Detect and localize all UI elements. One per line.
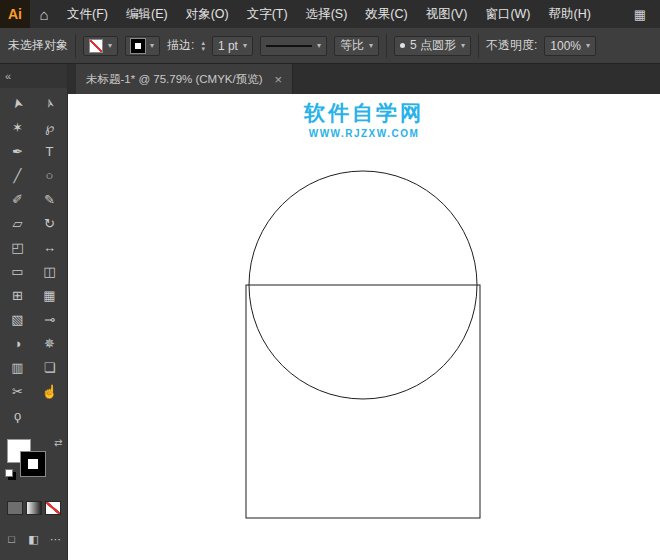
slice-tool[interactable]: ✂	[2, 380, 34, 403]
rectangle-shape[interactable]	[246, 285, 480, 518]
type-tool[interactable]: T	[34, 140, 66, 163]
tools-grid: ➤ ➢ ✶ ℘ ✒ T	[0, 88, 67, 427]
menu-type[interactable]: 文字(T)	[238, 0, 297, 28]
draw-modes-button[interactable]: ◧	[25, 531, 42, 547]
menu-bar: Ai ⌂ 文件(F) 编辑(E) 对象(O) 文字(T) 选择(S) 效果(C)…	[0, 0, 660, 28]
gradient-tool[interactable]: ▧	[2, 308, 34, 331]
brush-preview-dot-icon	[400, 43, 405, 48]
separator	[75, 34, 76, 58]
toolbar-bottom-buttons: □ ◧ ⋯	[0, 531, 67, 547]
color-button[interactable]	[7, 501, 23, 515]
home-icon[interactable]: ⌂	[30, 0, 58, 28]
hand-tool[interactable]: ☝	[34, 380, 66, 403]
column-graph-tool[interactable]: ▥	[2, 356, 34, 379]
blend-tool[interactable]: ◑	[2, 332, 34, 355]
profile-uniform-dropdown[interactable]: 等比 ▾	[334, 36, 379, 56]
line-segment-tool[interactable]: ╱	[2, 164, 34, 187]
artboard[interactable]: 软件自学网 WWW.RJZXW.COM	[68, 94, 660, 560]
tools-panel: « ➤ ➢ ✶ ℘ ✒	[0, 64, 68, 560]
control-bar: 未选择对象 ▾ ▾ 描边: ▴ ▾ 1 pt ▾ ▾ 等比 ▾ 5	[0, 28, 660, 64]
eraser-tool[interactable]: ▱	[2, 212, 34, 235]
magic-wand-tool[interactable]: ✶	[2, 116, 34, 139]
symbol-sprayer-tool[interactable]: ✵	[34, 332, 66, 355]
eyedropper-tool[interactable]: ⊸	[34, 308, 66, 331]
selection-status: 未选择对象	[8, 37, 68, 54]
stroke-swatch[interactable]	[21, 452, 45, 476]
artboard-tool[interactable]: ❏	[34, 356, 66, 379]
workspace-switcher-icon[interactable]: ▦	[634, 7, 646, 22]
fill-stroke-indicator: ⇄	[5, 439, 63, 489]
shape-builder-tool[interactable]: ◫	[34, 260, 66, 283]
menu-file[interactable]: 文件(F)	[58, 0, 117, 28]
menu-window[interactable]: 窗口(W)	[476, 0, 539, 28]
menu-edit[interactable]: 编辑(E)	[117, 0, 177, 28]
opacity-label: 不透明度:	[486, 37, 537, 54]
width-tool[interactable]: ↔	[34, 236, 66, 259]
app-logo: Ai	[0, 0, 30, 28]
stroke-color-dropdown[interactable]: ▾	[125, 36, 160, 56]
swap-fill-stroke-icon[interactable]: ⇄	[54, 437, 62, 448]
default-fill-stroke-icon[interactable]	[5, 469, 13, 477]
pen-tool[interactable]: ✒	[2, 140, 34, 163]
selection-tool[interactable]: ➤	[2, 92, 34, 115]
stroke-color-swatch-icon	[131, 39, 145, 53]
stroke-weight-stepper[interactable]: ▴ ▾	[201, 40, 205, 52]
direct-selection-tool[interactable]: ➢	[34, 92, 66, 115]
free-transform-tool[interactable]: ▭	[2, 260, 34, 283]
normal-screen-mode-button[interactable]: □	[3, 531, 20, 547]
brush-definition-dropdown[interactable]: 5 点圆形 ▾	[394, 36, 471, 56]
separator	[478, 34, 479, 58]
color-mode-buttons	[0, 501, 67, 515]
paintbrush-tool[interactable]: ✐	[2, 188, 34, 211]
rotate-tool[interactable]: ↻	[34, 212, 66, 235]
mesh-tool[interactable]: ▦	[34, 284, 66, 307]
variable-width-profile-dropdown[interactable]: ▾	[260, 36, 327, 56]
shaper-tool[interactable]: ✎	[34, 188, 66, 211]
lasso-tool[interactable]: ℘	[34, 116, 66, 139]
menu-select[interactable]: 选择(S)	[297, 0, 357, 28]
collapse-panel-icon[interactable]: «	[5, 70, 11, 82]
zoom-tool[interactable]: ϙ	[2, 404, 34, 427]
menu-help[interactable]: 帮助(H)	[540, 0, 600, 28]
separator	[386, 34, 387, 58]
none-button[interactable]	[45, 501, 61, 515]
opacity-dropdown[interactable]: 100% ▾	[544, 36, 596, 56]
gradient-button[interactable]	[26, 501, 42, 515]
stroke-profile-line-icon	[266, 45, 312, 47]
stroke-weight-dropdown[interactable]: 1 pt ▾	[212, 36, 253, 56]
fill-none-swatch-icon	[89, 39, 103, 53]
menu-view[interactable]: 视图(V)	[417, 0, 477, 28]
edit-toolbar-button[interactable]: ⋯	[47, 531, 64, 547]
stroke-label: 描边:	[167, 37, 194, 54]
artwork-layer	[68, 94, 660, 560]
menu-effect[interactable]: 效果(C)	[356, 0, 416, 28]
document-tab-bar: 未标题-1* @ 75.79% (CMYK/预览) ×	[68, 64, 660, 94]
menu-object[interactable]: 对象(O)	[177, 0, 238, 28]
app-logo-text: Ai	[8, 6, 22, 22]
illustrator-window: Ai ⌂ 文件(F) 编辑(E) 对象(O) 文字(T) 选择(S) 效果(C)…	[0, 0, 660, 560]
scale-tool[interactable]: ◰	[2, 236, 34, 259]
document-tab-title: 未标题-1* @ 75.79% (CMYK/预览)	[86, 72, 263, 87]
close-tab-icon[interactable]: ×	[275, 72, 283, 87]
tools-panel-header: «	[0, 64, 67, 88]
document-tab[interactable]: 未标题-1* @ 75.79% (CMYK/预览) ×	[76, 64, 293, 94]
fill-color-dropdown[interactable]: ▾	[83, 36, 118, 56]
ellipse-tool[interactable]: ○	[34, 164, 66, 187]
perspective-grid-tool[interactable]: ⊞	[2, 284, 34, 307]
